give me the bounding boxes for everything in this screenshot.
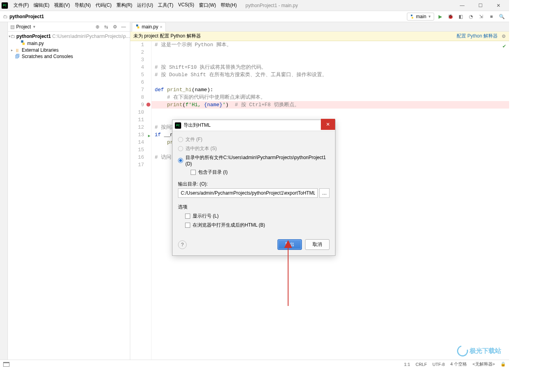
menu-file[interactable]: 文件(F) <box>11 2 31 9</box>
file-encoding[interactable]: UTF-8 <box>433 362 445 367</box>
help-button[interactable]: ? <box>178 240 187 249</box>
cancel-button[interactable]: 取消 <box>305 239 330 250</box>
minimize-button[interactable]: — <box>453 0 471 11</box>
toolbar-right: main ▼ ▶ 🐞 ◧ ◔ ⇲ ■ 🔍 <box>407 12 506 21</box>
python-icon <box>410 14 414 19</box>
tree-root[interactable]: ▾ 🗀 pythonProject1 C:\Users\admin\Pychar… <box>8 33 130 39</box>
tree-file-main[interactable]: main.py <box>8 39 130 47</box>
tree-external-libs[interactable]: ▸ ⫼ External Libraries <box>8 47 130 53</box>
tree-scratches[interactable]: 🗐 Scratches and Consoles <box>8 53 130 60</box>
expand-all-button[interactable]: ⇆ <box>102 23 110 31</box>
checkbox-icon[interactable] <box>191 170 196 175</box>
maximize-button[interactable]: ☐ <box>471 0 489 11</box>
menu-view[interactable]: 视图(V) <box>52 2 72 9</box>
dialog-titlebar[interactable]: PC 导出到HTML ✕ <box>172 120 335 131</box>
tool-window-toggle[interactable] <box>3 362 9 367</box>
menu-vcs[interactable]: VCS(S) <box>176 2 197 9</box>
line-number: 16 <box>130 154 151 161</box>
menu-edit[interactable]: 编辑(E) <box>31 2 52 9</box>
app-icon: PC <box>2 2 8 9</box>
radio-selected-row[interactable]: 选中的文本 (S) <box>178 144 330 153</box>
radio-dir-row[interactable]: 目录中的所有文件C:\Users\admin\PycharmProjects\p… <box>178 153 330 168</box>
radio-icon[interactable] <box>178 146 183 151</box>
profile-button[interactable]: ◔ <box>466 12 475 21</box>
tab-close-icon[interactable]: × <box>160 24 162 29</box>
open-browser-label: 在浏览器中打开生成后的HTML (B) <box>193 222 265 229</box>
folder-icon: 🗀 <box>11 34 15 39</box>
output-dir-input[interactable] <box>178 188 318 198</box>
attach-button[interactable]: ⇲ <box>477 12 485 21</box>
line-number-9[interactable]: 9 <box>130 101 151 109</box>
radio-file-row[interactable]: 文件 (F) <box>178 135 330 144</box>
caret-position[interactable]: 1:1 <box>404 362 410 367</box>
breakpoint-icon[interactable] <box>146 103 150 107</box>
menu-window[interactable]: 窗口(W) <box>197 2 218 9</box>
expand-arrow-icon[interactable]: ▸ <box>9 48 14 52</box>
open-browser-row[interactable]: 在浏览器中打开生成后的HTML (B) <box>185 221 330 230</box>
line-number: 17 <box>130 161 151 169</box>
line-number: 2 <box>130 49 151 56</box>
menu-navigate[interactable]: 导航(N) <box>72 2 93 9</box>
menu-code[interactable]: 代码(C) <box>93 2 114 9</box>
hide-button[interactable]: — <box>120 23 127 31</box>
tab-main-py[interactable]: main.py × <box>132 22 166 32</box>
line-number: 15 <box>130 146 151 154</box>
tree-root-name: pythonProject1 <box>17 34 51 39</box>
menu-run[interactable]: 运行(U) <box>135 2 155 9</box>
lock-icon[interactable]: 🔒 <box>500 362 506 367</box>
run-button[interactable]: ▶ <box>436 12 444 21</box>
project-icon: ▤ <box>10 24 15 30</box>
breadcrumb-project[interactable]: pythonProject1 <box>9 14 44 19</box>
window-controls: — ☐ ✕ <box>453 0 508 11</box>
line-separator[interactable]: CRLF <box>416 362 427 367</box>
inspection-ok-icon[interactable]: ✔ <box>503 43 506 50</box>
browse-button[interactable]: … <box>319 188 330 198</box>
line-number: 6 <box>130 79 151 86</box>
stop-button[interactable]: ■ <box>487 12 496 21</box>
include-subdirs-row[interactable]: 包含子目录 (I) <box>191 168 330 177</box>
titlebar: PC 文件(F) 编辑(E) 视图(V) 导航(N) 代码(C) 重构(R) 运… <box>0 0 509 11</box>
settings-button[interactable]: ⚙ <box>111 23 119 31</box>
show-linenum-row[interactable]: 显示行号 (L) <box>185 212 330 221</box>
project-panel-title[interactable]: Project <box>16 24 31 30</box>
debug-button[interactable]: 🐞 <box>446 12 455 21</box>
editor-gutter[interactable]: 1 2 3 4 5 6 7 8 9 10 11 12 13▶ 14 15 16 … <box>130 41 152 360</box>
menu-bar: 文件(F) 编辑(E) 视图(V) 导航(N) 代码(C) 重构(R) 运行(U… <box>11 2 239 9</box>
radio-icon[interactable] <box>178 137 183 142</box>
chevron-down-icon[interactable]: ▼ <box>32 25 36 29</box>
tab-label: main.py <box>142 24 158 30</box>
line-number: 3 <box>130 56 151 64</box>
line-number: 12 <box>130 124 151 131</box>
radio-file-label: 文件 (F) <box>185 136 202 143</box>
select-opened-file-button[interactable]: ⊕ <box>94 23 101 31</box>
run-config-name: main <box>416 14 426 19</box>
line-number-13[interactable]: 13▶ <box>130 131 151 139</box>
line-number: 11 <box>130 116 151 124</box>
run-config-select[interactable]: main ▼ <box>407 13 434 21</box>
gear-icon[interactable]: ⚙ <box>502 34 506 39</box>
radio-icon[interactable] <box>178 158 183 163</box>
line-number: 10 <box>130 109 151 116</box>
close-button[interactable]: ✕ <box>489 0 508 11</box>
checkbox-icon[interactable] <box>185 223 190 228</box>
menu-help[interactable]: 帮助(H) <box>218 2 239 9</box>
chevron-down-icon: ▼ <box>428 15 431 19</box>
checkbox-icon[interactable] <box>185 214 190 219</box>
export-button[interactable]: 导出 <box>277 239 302 250</box>
interpreter-status[interactable]: <无解释器> <box>472 361 495 367</box>
line-number: 1 <box>130 41 151 49</box>
menu-refactor[interactable]: 重构(R) <box>114 2 135 9</box>
watermark-text: 极光下载站 <box>470 347 501 355</box>
menu-tools[interactable]: 工具(T) <box>155 2 176 9</box>
dialog-close-button[interactable]: ✕ <box>321 119 335 130</box>
indent-setting[interactable]: 4 个空格 <box>450 361 467 367</box>
search-button[interactable]: 🔍 <box>497 12 506 21</box>
left-stripe[interactable] <box>0 22 8 360</box>
libraries-icon: ⫼ <box>14 47 21 53</box>
coverage-button[interactable]: ◧ <box>456 12 465 21</box>
options-label: 选项 <box>178 203 330 212</box>
project-tree[interactable]: ▾ 🗀 pythonProject1 C:\Users\admin\Pychar… <box>8 32 130 61</box>
show-linenum-label: 显示行号 (L) <box>193 213 219 219</box>
line-number: 8 <box>130 94 151 101</box>
configure-interpreter-link[interactable]: 配置 Python 解释器 <box>457 33 498 39</box>
